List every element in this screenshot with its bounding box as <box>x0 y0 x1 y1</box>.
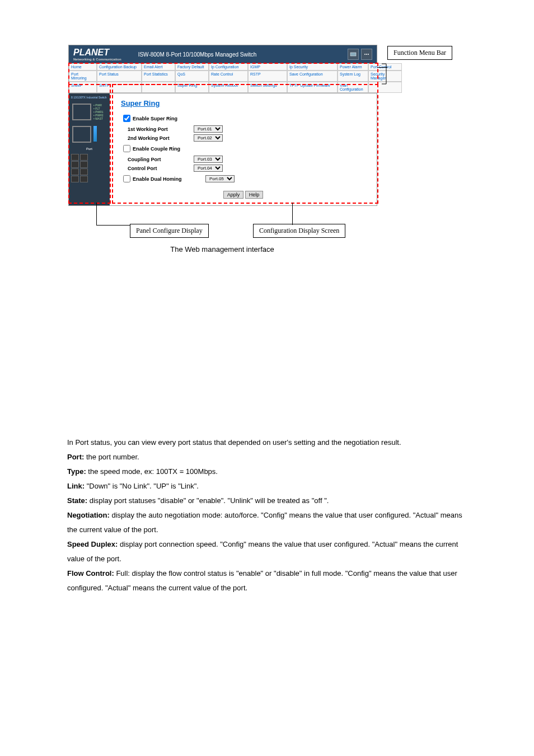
type-desc: the speed mode, ex: 100TX = 100Mbps. <box>86 467 218 476</box>
dash-menu-bar <box>68 63 378 85</box>
term-port: Port: <box>67 453 84 461</box>
brand-logo: PLANET Networking & Communication <box>73 48 121 61</box>
term-flow-control: Flow Control: <box>67 569 114 577</box>
brand-subtext: Networking & Communication <box>73 58 121 61</box>
intro-text: In Port status, you can view every port … <box>67 435 467 450</box>
annot-line <box>292 203 293 225</box>
ui-header: PLANET Networking & Communication ISW-80… <box>69 45 377 63</box>
dash-config <box>112 84 378 204</box>
svg-point-3 <box>368 54 369 55</box>
annot-config-display: Configuration Display Screen <box>253 224 345 238</box>
flow-desc: Full: display the flow control status is… <box>67 569 457 592</box>
screenshot-figure: PLANET Networking & Communication ISW-80… <box>68 45 466 206</box>
svg-rect-0 <box>350 53 356 56</box>
term-negotiation: Negotiation: <box>67 511 110 519</box>
figure-caption: The Web management interface <box>68 245 376 253</box>
product-title: ISW-800M 8-Port 10/100Mbps Managed Switc… <box>138 51 257 58</box>
svg-point-1 <box>364 54 366 55</box>
more-icon <box>361 49 372 60</box>
annot-panel-configure: Panel Configure Display <box>130 224 209 238</box>
annot-line <box>96 225 130 226</box>
link-desc: "Down" is "No Link". "UP" is "Link". <box>85 482 199 490</box>
svg-point-2 <box>366 54 367 55</box>
term-speed-duplex: Speed Duplex: <box>67 540 118 548</box>
bracket-icon <box>381 63 388 85</box>
neg-desc: display the auto negotiation mode: auto/… <box>67 511 462 534</box>
brand-text: PLANET <box>73 48 109 57</box>
document-body: In Port status, you can view every port … <box>67 435 467 595</box>
term-link: Link: <box>67 482 85 490</box>
annot-function-menu-bar: Function Menu Bar <box>387 46 452 60</box>
term-state: State: <box>67 496 87 505</box>
term-type: Type: <box>67 467 86 476</box>
state-desc: display port statuses "disable" or "enab… <box>87 496 329 505</box>
speed-desc: display port connection speed. "Config" … <box>67 540 458 563</box>
dash-panel <box>68 84 111 204</box>
header-icons <box>348 49 372 60</box>
annot-line <box>96 203 97 225</box>
device-icon <box>348 49 359 60</box>
port-desc: the port number. <box>84 453 139 461</box>
